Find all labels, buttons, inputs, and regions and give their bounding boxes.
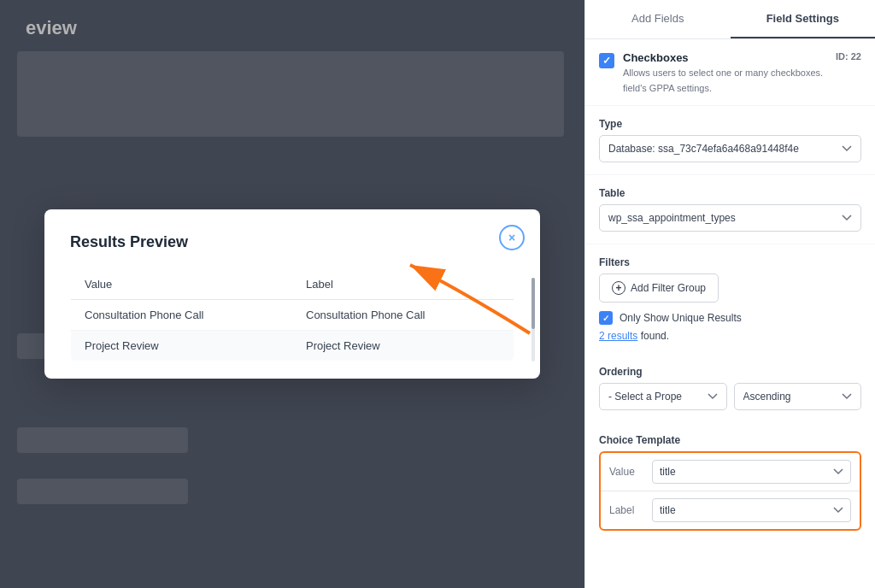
modal-scrollbar[interactable] — [531, 278, 535, 362]
ordering-section: Ordering - Select a Prope Ascending — [585, 354, 875, 422]
right-panel: Add Fields Field Settings Checkboxes ID:… — [584, 0, 875, 588]
checkboxes-row: Checkboxes ID: 22 Allows users to select… — [599, 51, 861, 93]
label-choice-row: Label title — [601, 491, 860, 529]
label-select[interactable]: title — [652, 498, 851, 522]
value-row-label: Value — [609, 466, 652, 478]
unique-results-label: Only Show Unique Results — [620, 312, 742, 324]
checkbox-title: Checkboxes ID: 22 — [623, 51, 861, 64]
add-filter-button[interactable]: + Add Filter Group — [599, 273, 719, 303]
table-cell-label: Project Review — [292, 331, 514, 362]
results-table: Value Label Consultation Phone CallConsu… — [70, 268, 514, 362]
checkbox-blue-icon[interactable] — [599, 53, 614, 68]
modal-scrollbar-thumb — [531, 278, 535, 329]
plus-circle-icon: + — [612, 281, 625, 295]
type-select[interactable]: Database: ssa_73c74efa6a468a91448f4e — [599, 135, 861, 162]
tabs-header: Add Fields Field Settings — [585, 0, 875, 39]
label-row-label: Label — [609, 504, 652, 516]
ordering-label: Ordering — [599, 366, 861, 378]
results-found-link[interactable]: 2 results — [599, 330, 637, 342]
table-header-row: Value Label — [71, 269, 514, 300]
choice-template-label: Choice Template — [599, 434, 861, 446]
tab-add-fields[interactable]: Add Fields — [585, 0, 731, 38]
table-header-label: Label — [292, 269, 514, 300]
modal-title: Results Preview — [70, 233, 514, 251]
filters-label: Filters — [599, 256, 861, 268]
table-cell-value: Project Review — [71, 331, 293, 362]
table-header-value: Value — [71, 269, 293, 300]
tab-field-settings[interactable]: Field Settings — [731, 0, 876, 38]
ordering-row: - Select a Prope Ascending — [599, 383, 861, 410]
results-found: 2 results found. — [599, 330, 861, 342]
checkbox-desc: Allows users to select one or many check… — [623, 67, 861, 79]
ascending-dropdown[interactable]: Ascending — [734, 383, 862, 410]
select-property-dropdown[interactable]: - Select a Prope — [599, 383, 727, 410]
table-row: Project ReviewProject Review — [71, 331, 514, 362]
value-choice-row: Value title — [601, 453, 860, 491]
modal-overlay: Results Preview × Value Label Consultati… — [0, 0, 584, 588]
table-cell-value: Consultation Phone Call — [71, 300, 293, 331]
type-section: Type Database: ssa_73c74efa6a468a91448f4… — [585, 106, 875, 175]
table-cell-label: Consultation Phone Call — [292, 300, 514, 331]
gppa-note: field's GPPA settings. — [623, 83, 861, 93]
checkboxes-section: Checkboxes ID: 22 Allows users to select… — [585, 39, 875, 106]
unique-results-checkbox[interactable] — [599, 311, 613, 325]
checkbox-info: Checkboxes ID: 22 Allows users to select… — [623, 51, 861, 93]
unique-results-row: Only Show Unique Results — [599, 311, 861, 325]
filters-section: Filters + Add Filter Group Only Show Uni… — [585, 244, 875, 354]
close-icon: × — [508, 231, 515, 244]
table-select[interactable]: wp_ssa_appointment_types — [599, 204, 861, 232]
table-row: Consultation Phone CallConsultation Phon… — [71, 300, 514, 331]
id-badge: ID: 22 — [836, 51, 861, 62]
table-section: Table wp_ssa_appointment_types — [585, 175, 875, 244]
modal-close-button[interactable]: × — [499, 225, 525, 250]
table-label: Table — [599, 187, 861, 199]
type-label: Type — [599, 118, 861, 130]
choice-template-section: Choice Template Value title Label title — [585, 422, 875, 543]
results-preview-modal: Results Preview × Value Label Consultati… — [44, 209, 540, 379]
value-select[interactable]: title — [652, 460, 851, 484]
choice-template-box: Value title Label title — [599, 451, 861, 531]
